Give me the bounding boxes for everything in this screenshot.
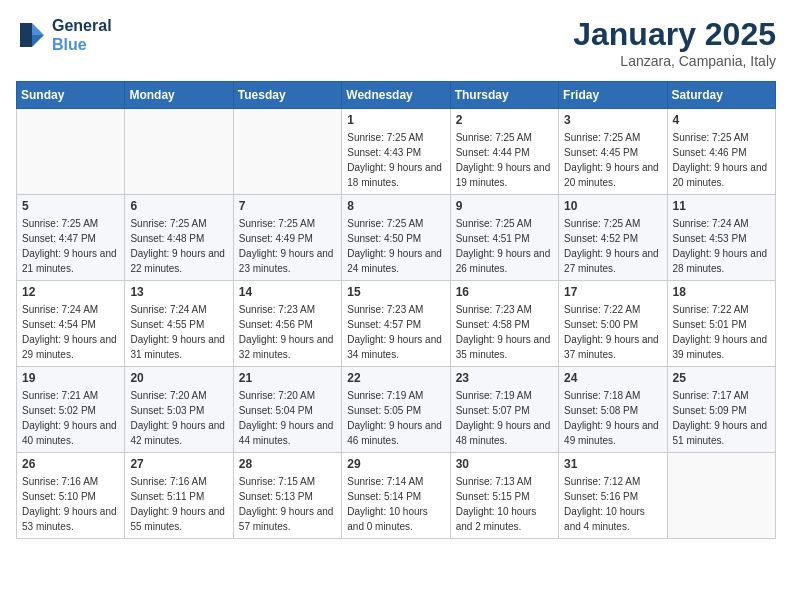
day-info: Sunrise: 7:22 AMSunset: 5:01 PMDaylight:… xyxy=(673,302,770,362)
calendar-day-17: 17Sunrise: 7:22 AMSunset: 5:00 PMDayligh… xyxy=(559,281,667,367)
calendar-day-9: 9Sunrise: 7:25 AMSunset: 4:51 PMDaylight… xyxy=(450,195,558,281)
calendar-day-3: 3Sunrise: 7:25 AMSunset: 4:45 PMDaylight… xyxy=(559,109,667,195)
svg-marker-1 xyxy=(32,35,44,47)
logo-text-general: General xyxy=(52,16,112,35)
calendar-week-row: 12Sunrise: 7:24 AMSunset: 4:54 PMDayligh… xyxy=(17,281,776,367)
calendar-day-31: 31Sunrise: 7:12 AMSunset: 5:16 PMDayligh… xyxy=(559,453,667,539)
day-info: Sunrise: 7:20 AMSunset: 5:03 PMDaylight:… xyxy=(130,388,227,448)
day-number: 15 xyxy=(347,285,444,299)
day-number: 12 xyxy=(22,285,119,299)
day-info: Sunrise: 7:25 AMSunset: 4:43 PMDaylight:… xyxy=(347,130,444,190)
calendar-day-24: 24Sunrise: 7:18 AMSunset: 5:08 PMDayligh… xyxy=(559,367,667,453)
calendar-week-row: 5Sunrise: 7:25 AMSunset: 4:47 PMDaylight… xyxy=(17,195,776,281)
calendar-day-26: 26Sunrise: 7:16 AMSunset: 5:10 PMDayligh… xyxy=(17,453,125,539)
day-info: Sunrise: 7:12 AMSunset: 5:16 PMDaylight:… xyxy=(564,474,661,534)
weekday-header-sunday: Sunday xyxy=(17,82,125,109)
day-info: Sunrise: 7:25 AMSunset: 4:46 PMDaylight:… xyxy=(673,130,770,190)
weekday-header-tuesday: Tuesday xyxy=(233,82,341,109)
day-info: Sunrise: 7:16 AMSunset: 5:10 PMDaylight:… xyxy=(22,474,119,534)
day-number: 3 xyxy=(564,113,661,127)
logo-icon xyxy=(16,19,48,51)
day-number: 9 xyxy=(456,199,553,213)
day-info: Sunrise: 7:14 AMSunset: 5:14 PMDaylight:… xyxy=(347,474,444,534)
day-info: Sunrise: 7:15 AMSunset: 5:13 PMDaylight:… xyxy=(239,474,336,534)
calendar-day-12: 12Sunrise: 7:24 AMSunset: 4:54 PMDayligh… xyxy=(17,281,125,367)
calendar-week-row: 1Sunrise: 7:25 AMSunset: 4:43 PMDaylight… xyxy=(17,109,776,195)
page-header: General Blue January 2025 Lanzara, Campa… xyxy=(16,16,776,69)
day-number: 25 xyxy=(673,371,770,385)
day-info: Sunrise: 7:16 AMSunset: 5:11 PMDaylight:… xyxy=(130,474,227,534)
calendar-week-row: 26Sunrise: 7:16 AMSunset: 5:10 PMDayligh… xyxy=(17,453,776,539)
day-number: 30 xyxy=(456,457,553,471)
calendar-empty-cell xyxy=(125,109,233,195)
day-number: 28 xyxy=(239,457,336,471)
calendar-day-5: 5Sunrise: 7:25 AMSunset: 4:47 PMDaylight… xyxy=(17,195,125,281)
day-info: Sunrise: 7:19 AMSunset: 5:07 PMDaylight:… xyxy=(456,388,553,448)
day-info: Sunrise: 7:24 AMSunset: 4:53 PMDaylight:… xyxy=(673,216,770,276)
day-info: Sunrise: 7:17 AMSunset: 5:09 PMDaylight:… xyxy=(673,388,770,448)
calendar-day-25: 25Sunrise: 7:17 AMSunset: 5:09 PMDayligh… xyxy=(667,367,775,453)
calendar-empty-cell xyxy=(233,109,341,195)
day-info: Sunrise: 7:13 AMSunset: 5:15 PMDaylight:… xyxy=(456,474,553,534)
calendar-day-14: 14Sunrise: 7:23 AMSunset: 4:56 PMDayligh… xyxy=(233,281,341,367)
calendar-day-18: 18Sunrise: 7:22 AMSunset: 5:01 PMDayligh… xyxy=(667,281,775,367)
calendar-day-10: 10Sunrise: 7:25 AMSunset: 4:52 PMDayligh… xyxy=(559,195,667,281)
day-info: Sunrise: 7:18 AMSunset: 5:08 PMDaylight:… xyxy=(564,388,661,448)
calendar-day-7: 7Sunrise: 7:25 AMSunset: 4:49 PMDaylight… xyxy=(233,195,341,281)
day-info: Sunrise: 7:25 AMSunset: 4:52 PMDaylight:… xyxy=(564,216,661,276)
calendar-day-19: 19Sunrise: 7:21 AMSunset: 5:02 PMDayligh… xyxy=(17,367,125,453)
calendar-day-27: 27Sunrise: 7:16 AMSunset: 5:11 PMDayligh… xyxy=(125,453,233,539)
day-number: 2 xyxy=(456,113,553,127)
location-subtitle: Lanzara, Campania, Italy xyxy=(573,53,776,69)
day-number: 6 xyxy=(130,199,227,213)
day-number: 19 xyxy=(22,371,119,385)
calendar-day-30: 30Sunrise: 7:13 AMSunset: 5:15 PMDayligh… xyxy=(450,453,558,539)
day-info: Sunrise: 7:25 AMSunset: 4:44 PMDaylight:… xyxy=(456,130,553,190)
svg-marker-2 xyxy=(20,23,32,47)
weekday-header-saturday: Saturday xyxy=(667,82,775,109)
day-info: Sunrise: 7:23 AMSunset: 4:56 PMDaylight:… xyxy=(239,302,336,362)
day-number: 1 xyxy=(347,113,444,127)
weekday-header-row: SundayMondayTuesdayWednesdayThursdayFrid… xyxy=(17,82,776,109)
day-number: 26 xyxy=(22,457,119,471)
day-number: 22 xyxy=(347,371,444,385)
logo-text-blue: Blue xyxy=(52,35,112,54)
calendar-empty-cell xyxy=(667,453,775,539)
calendar-day-2: 2Sunrise: 7:25 AMSunset: 4:44 PMDaylight… xyxy=(450,109,558,195)
calendar-day-8: 8Sunrise: 7:25 AMSunset: 4:50 PMDaylight… xyxy=(342,195,450,281)
calendar-day-28: 28Sunrise: 7:15 AMSunset: 5:13 PMDayligh… xyxy=(233,453,341,539)
calendar-day-13: 13Sunrise: 7:24 AMSunset: 4:55 PMDayligh… xyxy=(125,281,233,367)
calendar-day-20: 20Sunrise: 7:20 AMSunset: 5:03 PMDayligh… xyxy=(125,367,233,453)
day-number: 18 xyxy=(673,285,770,299)
calendar-day-23: 23Sunrise: 7:19 AMSunset: 5:07 PMDayligh… xyxy=(450,367,558,453)
day-number: 4 xyxy=(673,113,770,127)
day-number: 24 xyxy=(564,371,661,385)
day-number: 16 xyxy=(456,285,553,299)
calendar-week-row: 19Sunrise: 7:21 AMSunset: 5:02 PMDayligh… xyxy=(17,367,776,453)
calendar-day-21: 21Sunrise: 7:20 AMSunset: 5:04 PMDayligh… xyxy=(233,367,341,453)
day-number: 31 xyxy=(564,457,661,471)
svg-marker-0 xyxy=(32,23,44,35)
day-info: Sunrise: 7:25 AMSunset: 4:49 PMDaylight:… xyxy=(239,216,336,276)
day-number: 13 xyxy=(130,285,227,299)
weekday-header-friday: Friday xyxy=(559,82,667,109)
day-info: Sunrise: 7:21 AMSunset: 5:02 PMDaylight:… xyxy=(22,388,119,448)
day-number: 10 xyxy=(564,199,661,213)
day-number: 14 xyxy=(239,285,336,299)
weekday-header-wednesday: Wednesday xyxy=(342,82,450,109)
day-number: 27 xyxy=(130,457,227,471)
calendar-day-6: 6Sunrise: 7:25 AMSunset: 4:48 PMDaylight… xyxy=(125,195,233,281)
calendar-day-15: 15Sunrise: 7:23 AMSunset: 4:57 PMDayligh… xyxy=(342,281,450,367)
day-info: Sunrise: 7:23 AMSunset: 4:58 PMDaylight:… xyxy=(456,302,553,362)
calendar-day-11: 11Sunrise: 7:24 AMSunset: 4:53 PMDayligh… xyxy=(667,195,775,281)
day-number: 5 xyxy=(22,199,119,213)
day-info: Sunrise: 7:24 AMSunset: 4:55 PMDaylight:… xyxy=(130,302,227,362)
day-info: Sunrise: 7:25 AMSunset: 4:50 PMDaylight:… xyxy=(347,216,444,276)
day-number: 20 xyxy=(130,371,227,385)
day-info: Sunrise: 7:19 AMSunset: 5:05 PMDaylight:… xyxy=(347,388,444,448)
day-number: 21 xyxy=(239,371,336,385)
day-info: Sunrise: 7:24 AMSunset: 4:54 PMDaylight:… xyxy=(22,302,119,362)
calendar-day-16: 16Sunrise: 7:23 AMSunset: 4:58 PMDayligh… xyxy=(450,281,558,367)
day-number: 11 xyxy=(673,199,770,213)
month-year-title: January 2025 xyxy=(573,16,776,53)
